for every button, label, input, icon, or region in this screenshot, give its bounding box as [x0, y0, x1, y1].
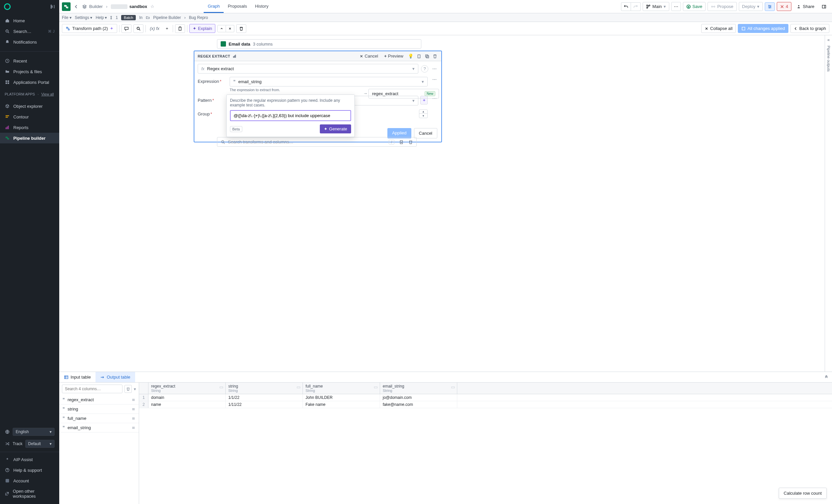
table-row[interactable]: 2name1/11/22Fake namefake@name.com — [139, 401, 832, 408]
nav-contour[interactable]: Contour — [0, 111, 59, 122]
nav-up-button[interactable] — [217, 25, 226, 32]
card-preview-button[interactable]: +Preview — [382, 53, 405, 59]
back-to-graph-button[interactable]: Back to graph — [790, 24, 829, 33]
undo-button[interactable] — [621, 2, 631, 11]
add-fx-button[interactable]: + — [163, 24, 171, 33]
table-row[interactable]: 1domain1/1/22John BUILDERjo@domain.com — [139, 394, 832, 401]
table-header-cell[interactable]: stringString▭ — [226, 382, 303, 394]
help-menu[interactable]: Help ▾ — [96, 15, 107, 20]
nav-object-explorer[interactable]: Object explorer — [0, 101, 59, 111]
table-cell[interactable]: 1/11/22 — [226, 401, 303, 408]
column-header-menu-icon[interactable]: ▭ — [296, 384, 301, 390]
star-icon[interactable]: ☆ — [150, 4, 154, 9]
column-header-menu-icon[interactable]: ▭ — [374, 384, 378, 390]
help-icon[interactable]: ? — [421, 65, 428, 73]
table-cell[interactable]: Fake name — [303, 401, 380, 408]
nav-help[interactable]: Help & support — [0, 465, 59, 475]
column-menu-icon[interactable] — [131, 426, 135, 430]
nav-reports[interactable]: Reports — [0, 122, 59, 133]
lightbulb-icon[interactable]: 💡 — [407, 53, 414, 59]
copy-icon[interactable] — [424, 53, 430, 59]
delete-button[interactable] — [236, 24, 246, 33]
card-cancel-button[interactable]: Cancel — [358, 53, 380, 59]
table-cell[interactable]: 1/1/22 — [226, 394, 303, 401]
column-menu-icon[interactable] — [131, 417, 135, 421]
column-item[interactable]: ❞string — [59, 404, 139, 414]
tab-graph[interactable]: Graph — [204, 0, 224, 13]
deploy-button[interactable]: Deploy▾ — [739, 2, 763, 11]
expr-more-icon[interactable]: ⋯ — [431, 77, 438, 82]
output-column-chip[interactable]: regex_extract New — [368, 89, 439, 99]
output-table-tab[interactable]: Output table — [96, 372, 135, 382]
trash-icon[interactable] — [432, 53, 438, 59]
group-spinner[interactable]: ▲▼ — [419, 109, 427, 118]
clipboard-icon[interactable] — [416, 53, 422, 59]
nav-aip-assist[interactable]: AIP Assist — [0, 454, 59, 465]
comment-button[interactable] — [122, 24, 131, 33]
columns-search-input[interactable] — [62, 384, 123, 393]
column-item[interactable]: ❞email_string — [59, 423, 139, 432]
table-cell[interactable]: fake@name.com — [380, 401, 457, 408]
branch-more-button[interactable]: ⋯ — [671, 2, 681, 11]
changes-applied-button[interactable]: All changes applied — [738, 24, 788, 33]
panel-button[interactable] — [820, 3, 829, 11]
table-header-cell[interactable]: full_nameString▭ — [303, 382, 380, 394]
column-menu-icon[interactable] — [131, 398, 135, 402]
explain-button[interactable]: ✦Explain — [189, 24, 216, 33]
column-item[interactable]: ❞regex_extract — [59, 395, 139, 404]
back-icon[interactable] — [73, 4, 80, 9]
rail-collapse-icon[interactable]: « — [827, 37, 830, 42]
table-header-cell[interactable]: email_stringString▭ — [380, 382, 457, 394]
table-cell[interactable]: jo@domain.com — [380, 394, 457, 401]
nav-search[interactable]: Search…⌘ J — [0, 26, 59, 36]
column-item[interactable]: ❞full_name — [59, 414, 139, 423]
column-header-menu-icon[interactable]: ▭ — [451, 384, 455, 390]
table-cell[interactable]: John BUILDER — [303, 394, 380, 401]
tab-history[interactable]: History — [251, 0, 272, 13]
save-button[interactable]: Save — [683, 2, 706, 11]
column-menu-icon[interactable] — [131, 407, 135, 411]
calculate-row-count-button[interactable]: Calculate row count — [779, 488, 827, 499]
nav-open-workspaces[interactable]: Open other workspaces — [0, 486, 59, 501]
errors-button[interactable]: 4 — [777, 2, 791, 11]
columns-caret-icon[interactable]: ▾ — [134, 387, 136, 392]
cancel-button[interactable]: Cancel — [414, 128, 437, 138]
generate-button[interactable]: ✦Generate — [320, 125, 351, 133]
track-select[interactable]: Default▾ — [25, 440, 55, 448]
transform-path-pill[interactable]: Transform path (2)✦ — [62, 24, 117, 33]
view-all-link[interactable]: View all — [41, 92, 54, 96]
language-select[interactable]: English▾ — [12, 428, 55, 436]
expression-input[interactable]: ❞email_string▾ — [230, 77, 427, 86]
canvas[interactable]: Email data 3 columns REGEX EXTRACT Cance… — [59, 35, 832, 372]
nav-close-button[interactable] — [226, 25, 234, 32]
input-table-tab[interactable]: Input table — [59, 372, 96, 382]
table-header-cell[interactable]: regex_extractString▭ — [149, 382, 226, 394]
fn-more-icon[interactable]: ⋯ — [431, 66, 438, 71]
propose-button[interactable]: Propose — [707, 2, 736, 11]
table-cell[interactable]: domain — [149, 394, 226, 401]
nav-notifications[interactable]: Notifications — [0, 36, 59, 47]
crumb-bug-repro[interactable]: Bug Repro — [189, 15, 208, 20]
crumb-pipeline-builder[interactable]: Pipeline Builder — [153, 15, 181, 20]
column-header-menu-icon[interactable]: ▭ — [219, 384, 223, 390]
clipboard-button[interactable] — [175, 24, 185, 33]
nav-pipeline-builder[interactable]: Pipeline builder — [0, 133, 59, 143]
file-menu[interactable]: File ▾ — [62, 15, 72, 20]
function-select[interactable]: fxRegex extract▾ — [198, 64, 418, 74]
nav-recent[interactable]: Recent — [0, 56, 59, 66]
collapse-panel-icon[interactable] — [821, 373, 832, 381]
search-toolbar-button[interactable] — [133, 24, 144, 33]
search-transforms[interactable]: Search transforms and columns… / — [217, 137, 417, 147]
nav-portal[interactable]: Applications Portal — [0, 77, 59, 87]
delete-transform-icon[interactable] — [408, 140, 413, 144]
columns-trash-icon[interactable] — [125, 385, 132, 393]
nav-account[interactable]: Account — [0, 475, 59, 486]
share-button[interactable]: Share — [794, 2, 817, 11]
nav-projects[interactable]: Projects & files — [0, 66, 59, 77]
table-cell[interactable]: name — [149, 401, 226, 408]
tab-proposals[interactable]: Proposals — [224, 0, 251, 13]
redo-button[interactable] — [631, 2, 641, 11]
sidebar-collapse-icon[interactable] — [50, 4, 55, 9]
settings-menu[interactable]: Settings ▾ — [75, 15, 93, 20]
email-data-node[interactable]: Email data 3 columns — [217, 39, 421, 49]
